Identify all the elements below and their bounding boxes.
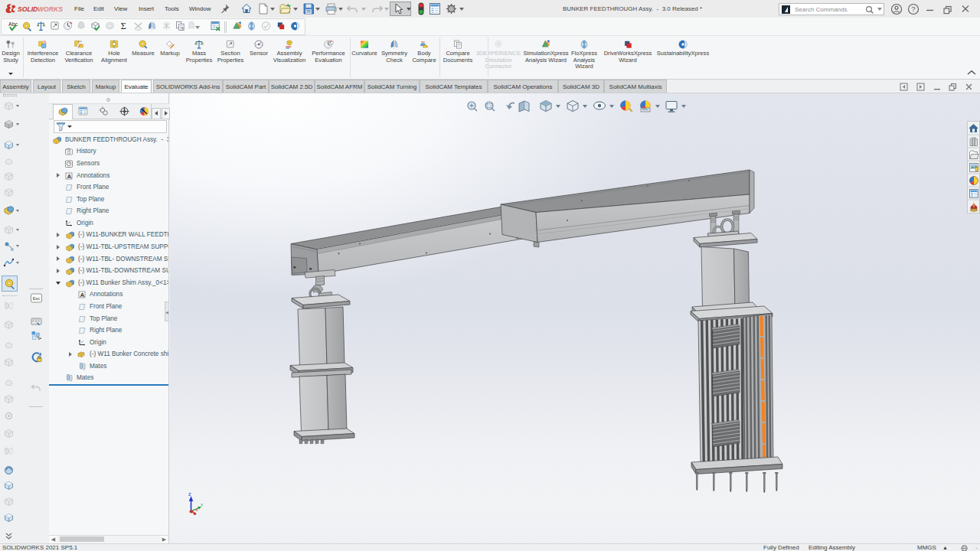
svg-text:SOLID: SOLID	[18, 5, 38, 13]
svg-text:?: ?	[911, 5, 915, 13]
svg-text:?: ?	[181, 27, 183, 31]
svg-text:Σ: Σ	[121, 21, 126, 31]
svg-text:z: z	[188, 491, 191, 497]
svg-text:A: A	[67, 173, 72, 180]
svg-text:x: x	[196, 507, 198, 512]
svg-text:Esc: Esc	[33, 296, 40, 301]
svg-text:A: A	[80, 292, 85, 298]
svg-text:WORKS: WORKS	[38, 5, 63, 13]
svg-text:y: y	[201, 502, 203, 507]
